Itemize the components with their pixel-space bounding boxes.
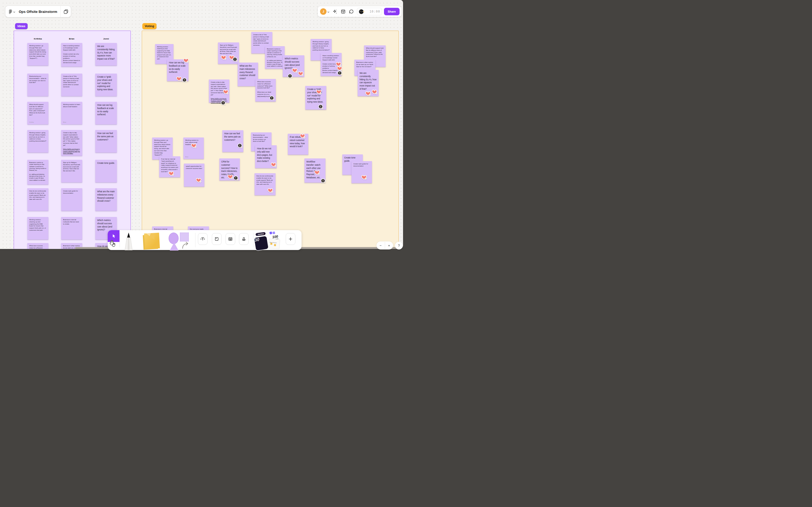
sticky-note[interactable]: Restructuring our documentation - what d… (27, 73, 48, 96)
sticky-note[interactable]: Create a “grab your shoes and run” model… (305, 86, 326, 110)
stamp-tool[interactable] (239, 233, 249, 245)
sticky-note[interactable]: If we had an internal “hack week/launch … (159, 156, 180, 177)
heart-stamp-icon (196, 178, 201, 183)
ellipse-shape-tool[interactable] (169, 233, 179, 244)
zoom-in-button[interactable]: + (385, 241, 393, 249)
user-avatar[interactable]: J (320, 8, 327, 15)
sticky-note[interactable]: What does success mean for a Resend cust… (27, 243, 48, 249)
widget-thumbnails (269, 231, 272, 234)
chevron-down-icon[interactable] (13, 9, 15, 14)
widget-gallery[interactable]: Jambot 100 30 Week Planner (255, 231, 286, 250)
sticky-note-text: If we had an internal “hack week/launch … (161, 158, 178, 173)
boards-icon[interactable] (61, 6, 71, 17)
heart-stamp-icon (365, 91, 371, 97)
sticky-note[interactable]: We are consistently hitting SLA's, how c… (95, 43, 117, 65)
planner-widget-thumb[interactable]: Week Planner (268, 239, 280, 249)
section-icon (215, 237, 219, 241)
sticky-note[interactable]: Have a working session on Knowledge Cent… (321, 53, 342, 76)
sticky-note[interactable]: Have a working session on Knowledge Cent… (61, 43, 82, 67)
section-tool[interactable] (212, 233, 222, 245)
sticky-note[interactable]: What are the main milestones every Resen… (95, 188, 117, 211)
sticky-note[interactable]: Create tone guide. (95, 160, 117, 182)
sticky-note[interactable]: Working session: cleaning up and organiz… (27, 217, 48, 239)
square-shape-tool[interactable] (180, 233, 189, 241)
thirty-card-widget-thumb[interactable]: 30 (254, 236, 269, 251)
sticky-note[interactable]: CRM for customer success? How to track m… (219, 158, 240, 180)
sticky-note[interactable]: How can we log feedback at scale so its … (95, 102, 117, 124)
sticky-note-text: Create tone guide. (97, 162, 115, 165)
sticky-note[interactable]: Create a list of "this person is having … (61, 73, 82, 96)
sticky-note[interactable]: Sign up for Mailgun, SendGrid, and Postm… (218, 43, 239, 64)
sticky-note[interactable]: We are consistently hitting SLA's, how c… (358, 70, 379, 96)
sticky-note[interactable]: How can we feel the same pain as custome… (222, 130, 243, 152)
sticky-note[interactable]: Working session to learn about email hea… (61, 102, 82, 124)
music-record-icon: ♪ (359, 9, 364, 14)
sticky-note[interactable]: Create style guide for documentation (61, 188, 82, 211)
sticky-note-text: Working session to learn about email hea… (63, 104, 80, 108)
sticky-note-text: Sign up for Mailgun, SendGrid, and Postm… (63, 162, 80, 172)
sticky-note-tool[interactable] (144, 233, 160, 250)
zoom-out-button[interactable]: − (376, 241, 385, 249)
sticky-note-text: Restructuring our documentation - what d… (253, 134, 270, 143)
sticky-note[interactable]: How can we log feedback at scale so its … (167, 59, 188, 81)
ideas-section-label[interactable]: Ideas (15, 23, 27, 29)
sticky-note[interactable]: Create a “grab your shoes and run” model… (95, 73, 117, 96)
sticky-note[interactable]: How can we feel the same pain as custome… (95, 130, 117, 153)
text-tool[interactable] (198, 233, 208, 245)
sticky-note-text: Have a working session on Knowledge Cent… (323, 55, 340, 73)
sticky-note[interactable]: Workflow transfer: watch each other use … (304, 158, 326, 183)
sticky-note-text: How can we log feedback at scale so its … (169, 61, 187, 74)
sticky-note[interactable]: How do we continuously enable the team t… (27, 188, 48, 211)
templates-icon[interactable] (340, 8, 346, 15)
sticky-note-text: What does success mean for a Resend cust… (29, 245, 47, 249)
sticky-note-link[interactable]: https://a16z.com/good-product-manager-ba… (211, 98, 227, 104)
sticky-note-link[interactable]: https://a16z.com/good-product-manager-ba… (63, 148, 80, 154)
sticky-note-text: How do we not only add new docs pages, b… (257, 147, 275, 163)
sticky-note-text: Restructuring our documentation - what d… (29, 75, 47, 84)
sticky-note-text: Have a working session on Knowledge Cent… (63, 45, 80, 64)
sticky-note[interactable]: How do we not only add new docs pages, b… (255, 145, 277, 168)
sticky-note[interactable]: Working session: going through Inkeep in… (27, 130, 48, 153)
figma-logo-icon[interactable] (9, 9, 12, 14)
timer-widget[interactable]: ♪ 10:00 (357, 8, 382, 15)
table-tool[interactable] (226, 233, 235, 245)
sticky-note[interactable]: Create style guide for documentation (351, 161, 372, 183)
board-title[interactable]: Ops Offsite Brainstorm (19, 10, 57, 14)
help-button[interactable]: ? (395, 242, 403, 249)
canvas[interactable]: Ideas Voting Krithika Brian Jonni Workin… (0, 0, 403, 249)
mouse-hand-cursor (110, 240, 115, 246)
sticky-note-text: Which metrics should success care about … (97, 219, 115, 231)
sticky-note[interactable]: Brainstorm internal runbooks that we nee… (61, 217, 82, 239)
sticky-note[interactable]: What does success mean for a Resend cust… (255, 79, 276, 102)
sticky-note-text: What are the main milestones every Resen… (97, 190, 115, 203)
chevron-down-icon[interactable] (327, 9, 330, 14)
sticky-note[interactable]: Working session to learn about email hea… (183, 137, 204, 159)
jambot-widget-thumb[interactable]: Jambot (255, 232, 266, 236)
sticky-note-author: Brian (185, 156, 188, 158)
sticky-note[interactable]: How do we continuously enable the team t… (254, 173, 276, 195)
voting-section-label[interactable]: Voting (142, 23, 157, 29)
sticky-note-text: What does success mean for a Resend cust… (257, 81, 274, 98)
ai-sparkle-icon[interactable] (331, 8, 338, 15)
marker-tool[interactable] (123, 232, 134, 251)
heart-stamp-icon (271, 163, 277, 168)
sticky-note[interactable]: upsell opportunities for customer succes… (184, 164, 205, 187)
sticky-note[interactable]: What are the main milestones every Resen… (238, 63, 258, 86)
sticky-note-author: Brian (63, 121, 66, 123)
sticky-note[interactable]: Sign up for Mailgun, SendGrid, and Postm… (61, 160, 82, 182)
heart-stamp-icon (221, 55, 227, 61)
sticky-note-text: What are the main milestones every Resen… (239, 64, 256, 80)
sticky-note[interactable]: What should support look like for differ… (27, 102, 48, 124)
sticky-note[interactable]: Which metrics should success care about … (283, 55, 304, 77)
sticky-note[interactable]: Create a day-to-day support expectations… (61, 130, 82, 156)
chat-bubble-icon[interactable] (348, 8, 355, 15)
sticky-note-text: What should support look like for differ… (29, 104, 47, 116)
sticky-note[interactable]: Working session: go through Plain and de… (27, 43, 48, 65)
sticky-note[interactable]: Create a day-to-day support expectations… (209, 79, 229, 103)
sticky-note[interactable]: Brainstorm metrics to create reporting o… (27, 160, 48, 184)
connector-arrow-tool[interactable] (181, 241, 189, 250)
sticky-note[interactable]: If we rebuilt / retool customer view tod… (288, 134, 308, 155)
sticky-note[interactable]: Brainstorm metrics to create reporting o… (265, 46, 285, 69)
add-widget-button[interactable] (286, 233, 295, 245)
share-button[interactable]: Share (384, 8, 400, 15)
